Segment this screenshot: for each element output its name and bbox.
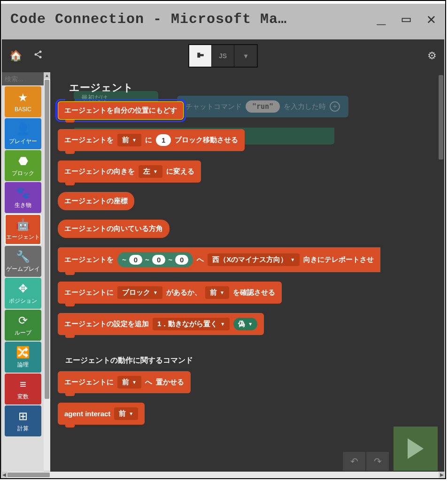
category-position[interactable]: ✥ポジション xyxy=(5,278,41,309)
move-direction-dropdown[interactable]: 前▼ xyxy=(117,134,141,146)
category-label: エージェント xyxy=(6,233,40,241)
block-agent-facing[interactable]: エージェントの向いている方角 xyxy=(58,220,170,238)
category-label: プレイヤー xyxy=(9,137,37,145)
category-block[interactable]: ⬣ブロック xyxy=(5,150,41,181)
gear-icon[interactable]: ⚙ xyxy=(427,50,437,61)
setting-value-dropdown[interactable]: 偽▼ xyxy=(233,318,257,330)
close-button[interactable]: ✕ xyxy=(427,10,436,29)
category-sidebar: ★BASIC👤プレイヤー⬣ブロック🐾生き物🤖エージェント🔧ゲームプレイ✥ポジショ… xyxy=(2,72,44,477)
logic-icon: 🔀 xyxy=(16,346,30,359)
section-title: エージェント xyxy=(50,72,444,101)
turn-direction-dropdown[interactable]: 左▼ xyxy=(139,165,162,178)
more-tab[interactable]: ▾ xyxy=(234,45,257,67)
category-player[interactable]: 👤プレイヤー xyxy=(5,118,41,149)
gameplay-icon: 🔧 xyxy=(16,250,30,263)
svg-point-2 xyxy=(39,56,42,58)
category-label: ポジション xyxy=(9,297,37,305)
sidebar-scrollbar[interactable]: ▲ ▼ xyxy=(44,72,50,477)
svg-point-1 xyxy=(35,53,37,56)
horizontal-scrollbar[interactable]: ◀ ▶ xyxy=(1,472,445,478)
agent-icon: 🤖 xyxy=(16,218,30,231)
block-agent-setting[interactable]: エージェントの設定を追加 1．動きながら置く▼ 偽▼ xyxy=(58,313,264,335)
block-agent-position[interactable]: エージェントの座標 xyxy=(58,192,134,210)
undo-button[interactable]: ↶ xyxy=(343,452,365,471)
svg-point-0 xyxy=(39,51,42,53)
category-label: 論理 xyxy=(17,361,29,369)
block-agent-detect[interactable]: エージェントに ブロック▼ があるか、 前▼ を確認させる xyxy=(58,282,282,304)
variable-icon: ≡ xyxy=(20,378,26,391)
setting-option-dropdown[interactable]: 1．動きながら置く▼ xyxy=(153,318,230,330)
search-input[interactable] xyxy=(2,72,44,85)
category-label: 生き物 xyxy=(15,201,31,209)
category-label: BASIC xyxy=(15,106,31,113)
block-icon: ⬣ xyxy=(18,154,28,168)
detect-dir-dropdown[interactable]: 前▼ xyxy=(205,286,229,299)
category-label: 変数 xyxy=(17,393,29,401)
interact-dir-dropdown[interactable]: 前▼ xyxy=(114,407,138,420)
section-subtitle: エージェントの動作に関するコマンド xyxy=(58,344,444,371)
category-gameplay[interactable]: 🔧ゲームプレイ xyxy=(5,246,41,277)
detect-what-dropdown[interactable]: ブロック▼ xyxy=(117,286,162,299)
category-label: ループ xyxy=(15,329,31,337)
position-icon: ✥ xyxy=(18,282,28,295)
blocks-tab[interactable] xyxy=(189,45,212,67)
block-agent-move[interactable]: エージェントを 前▼ に 1 ブロック移動させる xyxy=(58,129,245,151)
category-basic[interactable]: ★BASIC xyxy=(5,86,41,117)
block-agent-place[interactable]: エージェントに 前▼ へ 置かせる xyxy=(58,371,191,393)
category-label: ブロック xyxy=(12,169,34,177)
move-count-input[interactable]: 1 xyxy=(156,134,171,146)
category-loop[interactable]: ⟳ループ xyxy=(5,310,41,341)
block-agent-teleport[interactable]: エージェントを ~0 ~0 ~0 へ 西（Xのマイナス方向）▼ 向きにテレポート… xyxy=(58,247,380,272)
player-icon: 👤 xyxy=(16,122,30,136)
category-mob[interactable]: 🐾生き物 xyxy=(5,182,41,213)
category-variable[interactable]: ≡変数 xyxy=(5,374,41,405)
share-icon[interactable] xyxy=(33,50,43,62)
block-agent-teleport-self[interactable]: エージェントを自分の位置にもどす xyxy=(58,101,184,120)
loop-icon: ⟳ xyxy=(18,314,28,327)
js-tab[interactable]: JS xyxy=(212,45,234,67)
category-math[interactable]: ⊞計算 xyxy=(5,405,41,436)
maximize-button[interactable]: ▭ xyxy=(402,10,410,29)
block-agent-interact[interactable]: agent interact 前▼ xyxy=(58,403,145,425)
titlebar: Code Connection - Microsoft Ma… _ ▭ ✕ xyxy=(1,1,445,35)
window-title: Code Connection - Microsoft Ma… xyxy=(10,11,377,27)
minimize-button[interactable]: _ xyxy=(377,11,386,28)
block-agent-turn[interactable]: エージェントの向きを 左▼ に変える xyxy=(58,160,201,183)
place-dir-dropdown[interactable]: 前▼ xyxy=(117,376,141,389)
category-agent[interactable]: 🤖エージェント xyxy=(5,214,41,245)
mob-icon: 🐾 xyxy=(16,186,30,199)
home-icon[interactable]: 🏠 xyxy=(9,50,22,62)
play-button[interactable] xyxy=(394,427,438,471)
category-logic[interactable]: 🔀論理 xyxy=(5,342,41,373)
coord-input[interactable]: ~0 ~0 ~0 xyxy=(117,252,193,267)
category-label: 計算 xyxy=(17,425,29,433)
math-icon: ⊞ xyxy=(18,410,28,423)
basic-icon: ★ xyxy=(18,91,28,104)
tp-facing-dropdown[interactable]: 西（Xのマイナス方向）▼ xyxy=(208,253,300,266)
toolbar: 🏠 JS ▾ ⚙ xyxy=(2,39,444,72)
block-palette: 最初だけ チャットコマンド "run" を入力した時 + エージェント エージェ… xyxy=(50,72,444,477)
redo-button[interactable]: ↷ xyxy=(366,452,389,471)
category-label: ゲームプレイ xyxy=(6,265,40,273)
